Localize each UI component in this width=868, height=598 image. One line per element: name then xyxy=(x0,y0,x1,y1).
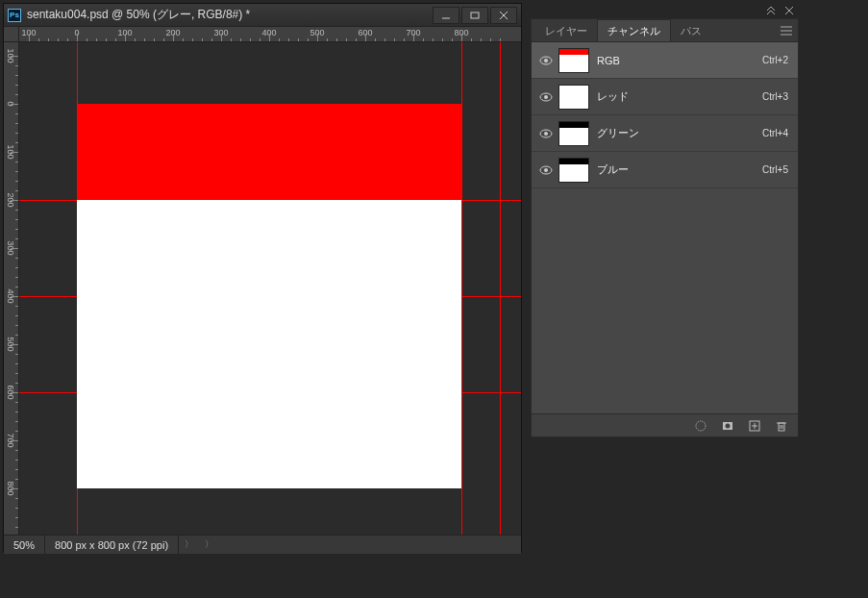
status-bar: 50% 800 px x 800 px (72 ppi) 〉 〉 xyxy=(4,535,521,554)
photoshop-icon: Ps xyxy=(8,9,21,22)
svg-point-17 xyxy=(696,421,706,431)
channel-thumbnail xyxy=(558,121,589,146)
visibility-eye-icon[interactable] xyxy=(537,165,555,175)
visibility-eye-icon[interactable] xyxy=(537,129,555,138)
channel-row[interactable]: RGBCtrl+2 xyxy=(532,42,798,79)
channel-name: グリーン xyxy=(597,126,762,140)
document-dimensions[interactable]: 800 px x 800 px (72 ppi) xyxy=(45,536,179,554)
channel-row[interactable]: ブルーCtrl+5 xyxy=(532,152,798,188)
status-more-icon[interactable]: 〉 xyxy=(199,538,219,551)
svg-point-16 xyxy=(544,168,548,172)
canvas-area[interactable] xyxy=(19,42,521,535)
tab-layers[interactable]: レイヤー xyxy=(535,20,597,41)
svg-point-19 xyxy=(726,423,731,428)
svg-point-13 xyxy=(540,130,552,137)
new-channel-icon[interactable] xyxy=(748,419,761,433)
svg-line-3 xyxy=(500,12,508,19)
document-body: 1000100200300400500600700800 10001002003… xyxy=(4,27,521,535)
minimize-button[interactable] xyxy=(433,7,459,24)
ruler-corner[interactable] xyxy=(4,27,19,42)
panel-footer xyxy=(532,413,798,436)
maximize-button[interactable] xyxy=(461,7,488,24)
status-more-icon[interactable]: 〉 xyxy=(179,538,199,551)
channel-thumbnail xyxy=(558,158,589,183)
canvas[interactable] xyxy=(77,104,461,488)
panels-dock: レイヤー チャンネル パス RGBCtrl+2レッドCtrl+3グリーンCtrl… xyxy=(531,3,799,437)
window-buttons xyxy=(433,7,517,24)
ruler-vertical[interactable]: 1000100200300400500600700800 xyxy=(4,42,19,535)
collapse-icon[interactable] xyxy=(764,5,776,16)
visibility-eye-icon[interactable] xyxy=(537,92,555,102)
svg-point-15 xyxy=(540,166,552,174)
channel-shortcut: Ctrl+5 xyxy=(762,164,792,175)
trash-icon[interactable] xyxy=(775,419,788,433)
panel-tabs: レイヤー チャンネル パス xyxy=(532,19,798,42)
svg-point-11 xyxy=(540,93,552,101)
channel-row[interactable]: グリーンCtrl+4 xyxy=(532,115,798,152)
svg-line-5 xyxy=(785,7,793,14)
svg-point-12 xyxy=(544,95,548,99)
svg-rect-18 xyxy=(723,422,732,430)
close-button[interactable] xyxy=(490,7,517,24)
channel-name: レッド xyxy=(597,89,762,104)
document-titlebar[interactable]: Ps sentaku004.psd @ 50% (グレー, RGB/8#) * xyxy=(4,4,521,27)
svg-point-14 xyxy=(544,132,548,136)
channels-panel: レイヤー チャンネル パス RGBCtrl+2レッドCtrl+3グリーンCtrl… xyxy=(531,18,799,437)
svg-rect-20 xyxy=(750,421,759,431)
channel-thumbnail xyxy=(558,85,589,110)
save-selection-icon[interactable] xyxy=(721,419,734,433)
document-title: sentaku004.psd @ 50% (グレー, RGB/8#) * xyxy=(27,7,433,23)
channel-thumbnail xyxy=(558,48,589,73)
visibility-eye-icon[interactable] xyxy=(537,56,555,65)
ruler-horizontal[interactable]: 1000100200300400500600700800 xyxy=(19,27,521,42)
guide-vertical[interactable] xyxy=(461,42,462,535)
svg-point-10 xyxy=(544,59,548,62)
channel-row[interactable]: レッドCtrl+3 xyxy=(532,79,798,115)
close-panel-icon[interactable] xyxy=(783,5,795,16)
document-window: Ps sentaku004.psd @ 50% (グレー, RGB/8#) * … xyxy=(3,3,522,553)
svg-rect-1 xyxy=(471,12,479,18)
svg-point-9 xyxy=(540,57,552,64)
panel-menu-icon[interactable] xyxy=(775,22,798,41)
channel-list: RGBCtrl+2レッドCtrl+3グリーンCtrl+4ブルーCtrl+5 xyxy=(532,42,798,413)
svg-rect-23 xyxy=(779,423,784,431)
svg-line-4 xyxy=(785,7,793,14)
tab-channels[interactable]: チャンネル xyxy=(597,19,671,41)
channel-shortcut: Ctrl+4 xyxy=(762,128,792,138)
guide-vertical[interactable] xyxy=(500,42,501,535)
svg-line-2 xyxy=(500,12,508,19)
channel-name: ブルー xyxy=(597,162,762,177)
tab-paths[interactable]: パス xyxy=(671,20,711,41)
channel-name: RGB xyxy=(597,55,762,66)
channel-shortcut: Ctrl+2 xyxy=(762,55,792,65)
channel-shortcut: Ctrl+3 xyxy=(762,91,792,102)
load-selection-icon[interactable] xyxy=(694,419,707,433)
canvas-red-region xyxy=(77,104,461,200)
zoom-level[interactable]: 50% xyxy=(4,536,45,554)
panel-collapse-bar xyxy=(531,3,799,18)
